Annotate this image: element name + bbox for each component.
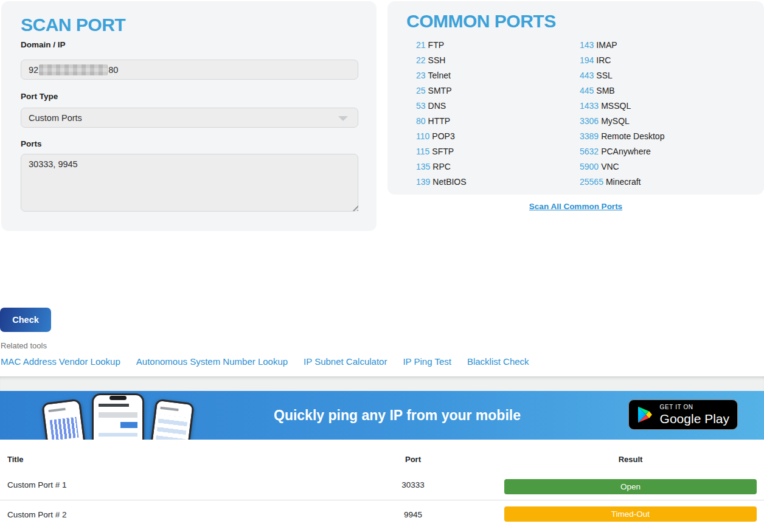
phone-mockup-left [41, 399, 91, 440]
table-row-divider [0, 500, 764, 500]
google-play-badge[interactable]: GET IT ON Google Play [628, 399, 738, 430]
port-item: 194IRC [580, 55, 664, 71]
google-play-text: GET IT ON Google Play [660, 404, 729, 425]
port-item: 115SFTP [416, 147, 467, 162]
port-item: 1433MSSQL [580, 101, 664, 116]
google-play-label: Google Play [660, 412, 729, 425]
related-tools-links: MAC Address Vendor Lookup Autonomous Sys… [1, 356, 529, 367]
get-it-on-label: GET IT ON [660, 404, 729, 410]
port-type-selected-value: Custom Ports [29, 113, 82, 123]
port-type-select[interactable]: Custom Ports [21, 108, 358, 128]
phone-screen [43, 401, 89, 440]
port-item: 5632PCAnywhere [580, 147, 664, 162]
domain-ip-input[interactable]: 9280 [21, 60, 358, 80]
port-item: 53DNS [416, 101, 467, 116]
related-tools-heading: Related tools [1, 341, 47, 350]
port-item: 80HTTP [416, 116, 467, 131]
domain-ip-value-suffix: 80 [108, 65, 118, 75]
common-ports-column-1: 21FTP 22SSH 23Telnet 25SMTP 53DNS 80HTTP… [416, 40, 467, 192]
table-row-port: 30333 [352, 480, 474, 489]
ports-textarea[interactable]: 30333, 9945 [21, 154, 358, 212]
redacted-ip-blur [39, 64, 108, 75]
port-item: 25SMTP [416, 86, 467, 101]
google-play-icon [637, 406, 653, 424]
table-header-port: Port [352, 455, 474, 464]
common-ports-column-2: 143IMAP 194IRC 443SSL 445SMB 1433MSSQL 3… [580, 40, 664, 192]
common-ports-title: COMMON PORTS [406, 11, 556, 32]
port-item: 22SSH [416, 55, 467, 71]
table-row-port: 9945 [352, 510, 474, 519]
common-ports-panel: COMMON PORTS 21FTP 22SSH 23Telnet 25SMTP… [387, 1, 764, 195]
port-item: 21FTP [416, 40, 467, 55]
phone-mockup-center [92, 393, 144, 440]
dropdown-arrow-icon [338, 116, 348, 121]
mobile-app-promo-banner: Quickly ping any IP from your mobile GET… [0, 391, 764, 440]
domain-ip-label: Domain / IP [21, 40, 66, 49]
port-item: 3306MySQL [580, 116, 664, 131]
table-header-result: Result [504, 455, 757, 464]
port-item: 3389Remote Desktop [580, 131, 664, 147]
phone-notch [109, 396, 127, 400]
phone-screen [94, 395, 142, 440]
status-badge-open: Open [504, 479, 757, 494]
link-ip-ping-test[interactable]: IP Ping Test [403, 356, 451, 367]
scan-port-panel: SCAN PORT Domain / IP 9280 Port Type Cus… [1, 1, 377, 231]
port-item: 445SMB [580, 86, 664, 101]
port-item: 23Telnet [416, 71, 467, 86]
port-item: 139NetBIOS [416, 177, 467, 192]
check-button[interactable]: Check [0, 308, 51, 332]
domain-ip-value-prefix: 92 [29, 65, 38, 75]
port-item: 25565Minecraft [580, 177, 664, 192]
link-blacklist-check[interactable]: Blacklist Check [467, 356, 529, 367]
table-row-title: Custom Port # 2 [7, 510, 67, 519]
port-item: 143IMAP [580, 40, 664, 55]
scan-port-title: SCAN PORT [21, 15, 125, 35]
port-item: 5900VNC [580, 162, 664, 177]
port-item: 443SSL [580, 71, 664, 86]
phones-promo-image [46, 393, 192, 440]
link-ip-subnet-calculator[interactable]: IP Subnet Calculator [304, 356, 387, 367]
table-row-title: Custom Port # 1 [7, 480, 67, 489]
port-item: 110POP3 [416, 131, 467, 147]
port-item: 135RPC [416, 162, 467, 177]
banner-headline: Quickly ping any IP from your mobile [170, 391, 624, 440]
ports-label: Ports [21, 139, 42, 148]
scan-all-wrap: Scan All Common Ports [387, 201, 764, 212]
scan-all-common-ports-link[interactable]: Scan All Common Ports [529, 202, 622, 211]
status-badge-timed-out: Timed-Out [504, 506, 757, 522]
table-header-title: Title [7, 455, 24, 464]
link-asn-lookup[interactable]: Autonomous System Number Lookup [136, 356, 288, 367]
link-mac-address-vendor-lookup[interactable]: MAC Address Vendor Lookup [1, 356, 120, 367]
port-type-label: Port Type [21, 92, 58, 101]
section-divider-band [0, 376, 764, 391]
